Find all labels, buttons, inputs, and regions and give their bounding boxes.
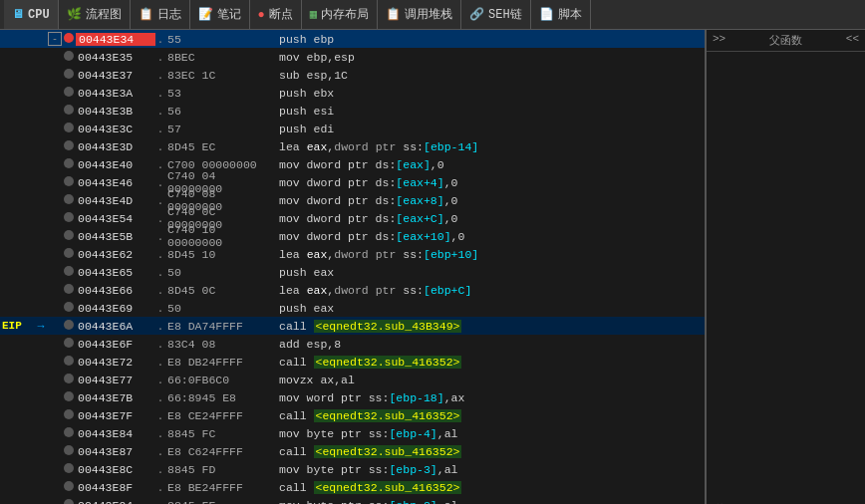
breakpoint-bullet[interactable] bbox=[62, 87, 76, 100]
tab-callstack[interactable]: 📋 调用堆栈 bbox=[378, 0, 461, 29]
instruction-cell: call <eqnedt32.sub_416352> bbox=[275, 409, 703, 422]
breakpoint-bullet[interactable] bbox=[62, 445, 76, 458]
breakpoint-bullet[interactable] bbox=[62, 158, 76, 171]
dot-separator: . bbox=[155, 427, 165, 440]
table-row[interactable]: 00443E69.50push eax bbox=[0, 299, 705, 317]
tab-seh[interactable]: 🔗 SEH链 bbox=[461, 0, 531, 29]
instruction-cell: mov dword ptr ds:[eax+C],0 bbox=[275, 212, 703, 225]
collapse-button[interactable]: - bbox=[48, 32, 62, 46]
tab-log[interactable]: 📋 日志 bbox=[131, 0, 190, 29]
table-row[interactable]: 00443E3D.8D45 EClea eax,dword ptr ss:[eb… bbox=[0, 137, 705, 155]
table-row[interactable]: 00443E54.C740 0C 00000000mov dword ptr d… bbox=[0, 209, 705, 227]
right-header-title: 父函数 bbox=[769, 33, 802, 48]
tab-notes[interactable]: 📝 笔记 bbox=[190, 0, 250, 29]
breakpoint-bullet[interactable] bbox=[62, 176, 76, 189]
bytes-cell: 8D45 10 bbox=[165, 248, 275, 261]
instruction-cell: call <eqnedt32.sub_43B349> bbox=[275, 320, 703, 333]
address-cell: 00443E4D bbox=[76, 194, 155, 207]
breakpoint-bullet[interactable] bbox=[62, 248, 76, 261]
breakpoint-bullet[interactable] bbox=[62, 320, 76, 333]
dot-separator: . bbox=[155, 158, 165, 171]
table-row[interactable]: 00443E84.8845 FCmov byte ptr ss:[ebp-4],… bbox=[0, 424, 705, 442]
table-row[interactable]: 00443E62.8D45 10lea eax,dword ptr ss:[eb… bbox=[0, 245, 705, 263]
breakpoint-bullet[interactable] bbox=[62, 266, 76, 279]
table-row[interactable]: 00443E7F.E8 CE24FFFFcall <eqnedt32.sub_4… bbox=[0, 406, 705, 424]
breakpoint-bullet[interactable] bbox=[62, 463, 76, 476]
dot-separator: . bbox=[155, 105, 165, 118]
address-cell: 00443E5B bbox=[76, 230, 155, 243]
instruction-cell: mov dword ptr ds:[eax+10],0 bbox=[275, 230, 703, 243]
table-row[interactable]: 00443E35.8BECmov ebp,esp bbox=[0, 48, 705, 66]
table-row[interactable]: 00443E5B.C740 10 00000000mov dword ptr d… bbox=[0, 227, 705, 245]
tab-flow-label: 流程图 bbox=[86, 6, 122, 23]
tab-cpu-label: CPU bbox=[28, 8, 50, 22]
address-cell: 00443E6F bbox=[76, 338, 155, 351]
dot-separator: . bbox=[155, 33, 165, 46]
address-cell: 00443E94 bbox=[76, 499, 155, 505]
breakpoint-bullet[interactable] bbox=[62, 230, 76, 243]
breakpoint-bullet[interactable] bbox=[62, 302, 76, 315]
breakpoint-bullet[interactable] bbox=[62, 356, 76, 369]
table-row[interactable]: EIP→00443E6A.E8 DA74FFFFcall <eqnedt32.s… bbox=[0, 317, 705, 335]
table-row[interactable]: 00443E3C.57push edi bbox=[0, 120, 705, 137]
tab-flow[interactable]: 🌿 流程图 bbox=[59, 0, 131, 29]
table-row[interactable]: 00443E87.E8 C624FFFFcall <eqnedt32.sub_4… bbox=[0, 442, 705, 460]
tab-memory[interactable]: ▦ 内存布局 bbox=[302, 0, 378, 29]
breakpoint-bullet[interactable] bbox=[62, 194, 76, 207]
breakpoint-bullet[interactable] bbox=[62, 499, 76, 505]
address-cell: 00443E3C bbox=[76, 123, 155, 135]
table-row[interactable]: 00443E8F.E8 BE24FFFFcall <eqnedt32.sub_4… bbox=[0, 478, 705, 496]
dot-separator: . bbox=[155, 69, 165, 82]
table-row[interactable]: 00443E6F.83C4 08add esp,8 bbox=[0, 335, 705, 353]
instruction-cell: lea eax,dword ptr ss:[ebp-14] bbox=[275, 140, 703, 153]
dot-separator: . bbox=[155, 194, 165, 207]
address-cell: 00443E3A bbox=[76, 87, 155, 100]
table-row[interactable]: -00443E34.55push ebp bbox=[0, 30, 705, 48]
breakpoint-bullet[interactable] bbox=[62, 140, 76, 153]
address-cell: 00443E77 bbox=[76, 374, 155, 386]
disasm-rows: -00443E34.55push ebp00443E35.8BECmov ebp… bbox=[0, 30, 705, 504]
dot-separator: . bbox=[155, 248, 165, 261]
breakpoint-bullet[interactable] bbox=[62, 33, 76, 46]
breakpoint-bullet[interactable] bbox=[62, 481, 76, 494]
tab-call-label: 调用堆栈 bbox=[405, 6, 452, 23]
table-row[interactable]: 00443E4D.C740 08 00000000mov dword ptr d… bbox=[0, 191, 705, 209]
breakpoint-bullet[interactable] bbox=[62, 212, 76, 225]
tab-script[interactable]: 📄 脚本 bbox=[531, 0, 591, 29]
table-row[interactable]: 00443E94.8845 FEmov byte ptr ss:[ebp-2],… bbox=[0, 496, 705, 504]
breakpoint-bullet[interactable] bbox=[62, 374, 76, 386]
bytes-cell: E8 CE24FFFF bbox=[165, 409, 275, 422]
table-row[interactable]: 00443E40.C700 00000000mov dword ptr ds:[… bbox=[0, 155, 705, 173]
dot-separator: . bbox=[155, 374, 165, 386]
dot-separator: . bbox=[155, 284, 165, 297]
table-row[interactable]: 00443E77.66:0FB6C0movzx ax,al bbox=[0, 371, 705, 388]
table-row[interactable]: 00443E3B.56push esi bbox=[0, 102, 705, 120]
right-panel: >> 父函数 << 获取 [ebp-2]获取 [ebp-1] bbox=[706, 30, 865, 504]
table-row[interactable]: 00443E72.E8 DB24FFFFcall <eqnedt32.sub_4… bbox=[0, 353, 705, 371]
address-cell: 00443E8C bbox=[76, 463, 155, 476]
bytes-cell: C740 10 00000000 bbox=[165, 223, 275, 249]
breakpoint-bullet[interactable] bbox=[62, 51, 76, 64]
bytes-cell: 66:8945 E8 bbox=[165, 391, 275, 404]
tab-cpu[interactable]: 🖥 CPU bbox=[4, 0, 59, 29]
breakpoint-bullet[interactable] bbox=[62, 105, 76, 118]
breakpoint-bullet[interactable] bbox=[62, 391, 76, 404]
table-row[interactable]: 00443E7B.66:8945 E8mov word ptr ss:[ebp-… bbox=[0, 388, 705, 406]
tab-breakpoints[interactable]: ● 断点 bbox=[250, 0, 302, 29]
flow-icon: 🌿 bbox=[67, 7, 82, 22]
dot-separator: . bbox=[155, 391, 165, 404]
breakpoint-bullet[interactable] bbox=[62, 284, 76, 297]
breakpoint-bullet[interactable] bbox=[62, 427, 76, 440]
table-row[interactable]: 00443E65.50push eax bbox=[0, 263, 705, 281]
address-cell: 00443E72 bbox=[76, 356, 155, 369]
breakpoint-bullet[interactable] bbox=[62, 409, 76, 422]
table-row[interactable]: 00443E8C.8845 FDmov byte ptr ss:[ebp-3],… bbox=[0, 460, 705, 478]
table-row[interactable]: 00443E46.C740 04 00000000mov dword ptr d… bbox=[0, 173, 705, 191]
bytes-cell: 8845 FE bbox=[165, 499, 275, 505]
table-row[interactable]: 00443E66.8D45 0Clea eax,dword ptr ss:[eb… bbox=[0, 281, 705, 299]
table-row[interactable]: 00443E3A.53push ebx bbox=[0, 84, 705, 102]
table-row[interactable]: 00443E37.83EC 1Csub esp,1C bbox=[0, 66, 705, 84]
breakpoint-bullet[interactable] bbox=[62, 69, 76, 82]
breakpoint-bullet[interactable] bbox=[62, 123, 76, 135]
breakpoint-bullet[interactable] bbox=[62, 338, 76, 351]
